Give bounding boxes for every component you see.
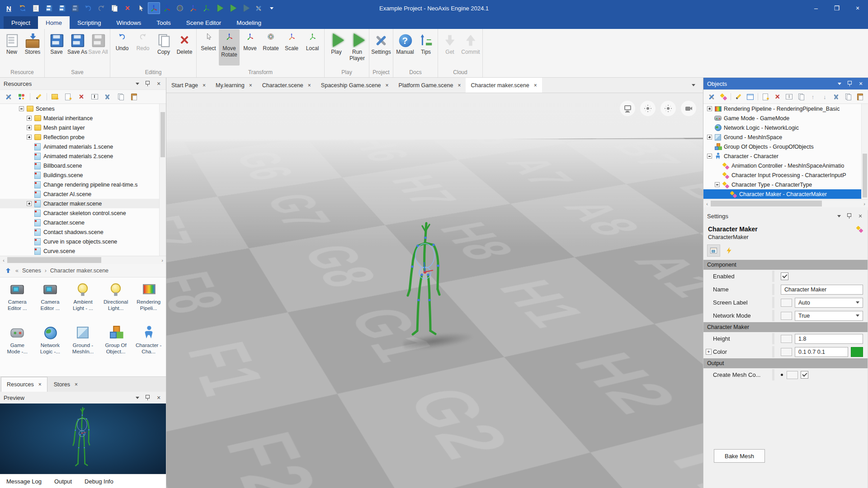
objects-component-button[interactable] (719, 92, 727, 102)
pin-icon[interactable] (144, 80, 151, 87)
objects-pages-button[interactable] (797, 92, 805, 102)
ribbon-rotate-button[interactable]: Rotate (260, 29, 281, 66)
scrollbar-track[interactable] (7, 256, 159, 264)
tree-item-animation-controller-meshinspaceanimatio[interactable]: Animation Controller - MeshInSpaceAnimat… (703, 161, 868, 170)
qat-select-button[interactable] (135, 2, 147, 14)
resources-newfolder-button[interactable] (50, 92, 60, 102)
qat-move-button[interactable] (161, 2, 173, 14)
objects-hscrollbar[interactable]: ‹› (703, 199, 868, 207)
pin-icon[interactable] (846, 80, 853, 87)
resources-paste-button[interactable] (129, 92, 139, 102)
expand-icon[interactable] (707, 135, 712, 140)
doc-tab-character-scene[interactable]: Character.scene× (257, 78, 316, 93)
collapse-icon[interactable] (715, 182, 720, 187)
objects-cut-button[interactable] (832, 92, 841, 102)
close-tab-icon[interactable]: × (75, 381, 78, 388)
scroll-right-icon[interactable]: › (159, 258, 166, 263)
default-value-box[interactable] (781, 335, 792, 343)
tree-item-animated-materials-1-scene[interactable]: Animated materials 1.scene (0, 142, 166, 151)
ribbon-move-button[interactable]: Move (240, 29, 260, 66)
qat-delete-button[interactable] (122, 2, 134, 14)
doc-tab-start-page[interactable]: Start Page× (166, 78, 211, 93)
name-field[interactable]: Character Maker (781, 285, 863, 295)
tree-item-rendering-pipeline-renderingpipeline-basic[interactable]: Rendering Pipeline - RenderingPipeline_B… (703, 104, 868, 113)
breadcrumb-root[interactable]: Scenes (22, 267, 41, 274)
tree-item-curve-in-space-objects-scene[interactable]: Curve in space objects.scene (0, 237, 166, 246)
tab-list-dropdown[interactable] (684, 78, 703, 93)
tree-item-character-character[interactable]: Character - Character (703, 151, 868, 161)
color-field[interactable]: 0.1 0.7 0.1 (795, 347, 848, 357)
minimize-button[interactable]: – (806, 0, 826, 16)
tree-item-scenes[interactable]: Scenes (0, 104, 166, 113)
resources-edit-button[interactable] (33, 92, 43, 102)
close-tab-icon[interactable]: × (386, 82, 389, 89)
tree-item-change-rendering-pipeline-real-time-s[interactable]: Change rendering pipeline real-time.s (0, 180, 166, 189)
ribbon-save-as-button[interactable]: Save As (67, 29, 88, 66)
screen-label-dropdown[interactable]: Auto (795, 298, 863, 308)
ribbon-select-button[interactable]: Select (198, 29, 219, 66)
close-tab-icon[interactable]: × (458, 82, 461, 89)
objects-edit-button[interactable] (734, 92, 743, 102)
panel-menu-icon[interactable] (135, 80, 140, 87)
ribbon-new-button[interactable]: New (1, 29, 22, 66)
qat-save-button[interactable] (43, 2, 55, 14)
scroll-left-icon[interactable]: ‹ (703, 201, 711, 206)
ribbon-scale-button[interactable]: Scale (281, 29, 302, 66)
tree-item-animated-materials-2-scene[interactable]: Animated materials 2.scene (0, 151, 166, 161)
resources-cut-button[interactable] (103, 92, 113, 102)
tree-item-mesh-paint-layer[interactable]: Mesh paint layer (0, 123, 166, 132)
qat-undo-button[interactable] (82, 2, 94, 14)
expand-icon[interactable] (27, 201, 32, 206)
objects-tools-button[interactable] (707, 92, 716, 102)
qat-settings-button[interactable] (253, 2, 265, 14)
vertical-scrollbar[interactable] (159, 104, 166, 256)
ribbon-move-rotate-button[interactable]: Move Rotate (219, 29, 240, 66)
resource-item-group-of-object[interactable]: Group Of Object... (99, 324, 132, 367)
tree-item-character-ai-scene[interactable]: Character AI.scene (0, 189, 166, 199)
scrollbar-thumb[interactable] (863, 154, 867, 197)
tree-item-character-maker-charactermaker[interactable]: Character Maker - CharacterMaker (703, 189, 868, 199)
color-swatch[interactable] (851, 347, 863, 357)
tree-item-material-inheritance[interactable]: Material inheritance (0, 113, 166, 123)
ribbon-manual-button[interactable]: Manual (395, 29, 415, 66)
close-icon[interactable] (857, 212, 864, 220)
objects-newfile-button[interactable] (761, 92, 770, 102)
tree-item-group-of-objects-groupofobjects[interactable]: Group Of Objects - GroupOfObjects (703, 142, 868, 151)
qat-play-button[interactable] (213, 2, 226, 14)
objects-copy-button[interactable] (844, 92, 853, 102)
qat-rotate-button[interactable] (174, 2, 186, 14)
qat-local-button[interactable] (200, 2, 212, 14)
qat-scale-button[interactable] (187, 2, 199, 14)
breadcrumb-up-icon[interactable] (5, 267, 12, 274)
scrollbar-thumb[interactable] (711, 201, 822, 206)
resource-item-rendering-pipeli[interactable]: Rendering Pipeli... (132, 280, 165, 324)
resource-item-ground-meshin[interactable]: Ground - MeshIn... (66, 324, 99, 367)
close-tab-icon[interactable]: × (308, 82, 311, 89)
resources-hscrollbar[interactable]: ‹› (0, 256, 166, 264)
tab-events[interactable] (722, 244, 736, 257)
height-field[interactable]: 1.8 (795, 334, 863, 344)
objects-window-button[interactable] (746, 92, 755, 102)
resource-item-network-logic[interactable]: Network Logic -... (34, 324, 67, 367)
scroll-right-icon[interactable]: › (861, 201, 868, 206)
ribbon-play-button[interactable]: Play (326, 29, 347, 66)
status-tab-output[interactable]: Output (54, 478, 72, 485)
enabled-checkbox[interactable] (781, 272, 788, 280)
menu-tools[interactable]: Tools (149, 16, 179, 29)
scrollbar-thumb[interactable] (160, 112, 165, 157)
close-tab-icon[interactable]: × (38, 381, 42, 388)
resource-item-game-mode[interactable]: Game Mode -... (1, 324, 34, 367)
tree-item-character-input-processing-characterinputp[interactable]: Character Input Processing - CharacterIn… (703, 170, 868, 180)
resources-rename-button[interactable] (90, 92, 99, 102)
panel-menu-icon[interactable] (837, 212, 841, 220)
collapse-icon[interactable] (707, 154, 712, 159)
qat-move-rotate-button[interactable] (148, 2, 160, 14)
preview-3d-viewport[interactable] (0, 404, 166, 474)
ribbon-tips-button[interactable]: Tips (415, 29, 436, 66)
qat-redo-button[interactable] (95, 2, 108, 14)
resource-item-character-cha[interactable]: Character - Cha... (132, 324, 165, 367)
default-value-box[interactable] (781, 299, 792, 307)
expand-icon[interactable] (707, 106, 712, 111)
ribbon-stores-button[interactable]: Stores (22, 29, 43, 66)
breadcrumb-back-icon[interactable]: « (15, 267, 19, 274)
